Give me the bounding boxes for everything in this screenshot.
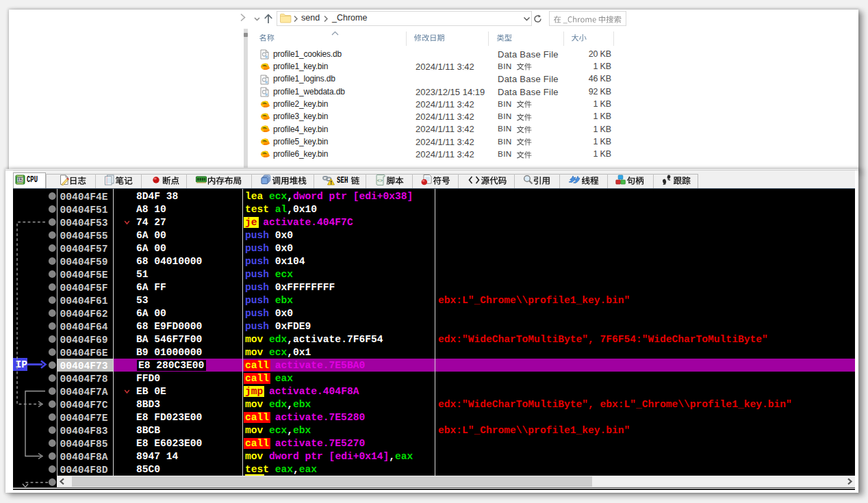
svg-text:<>: <> <box>376 178 382 183</box>
